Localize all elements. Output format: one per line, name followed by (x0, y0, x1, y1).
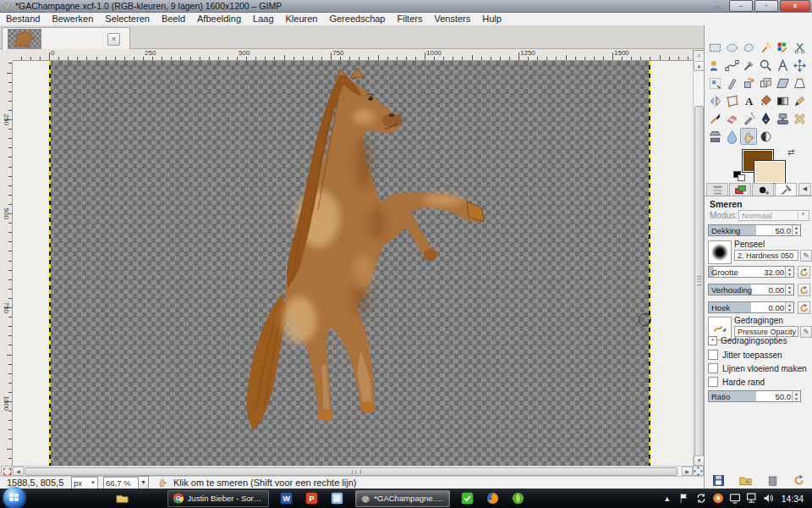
taskbar-icon-media-player[interactable] (328, 490, 345, 507)
start-button[interactable] (3, 487, 25, 508)
hidden-icons-icon[interactable]: ▲ (661, 493, 673, 505)
tool-ellipse-select[interactable] (723, 39, 740, 56)
quickmask-toggle[interactable] (1, 466, 12, 476)
dock-tab-device-status[interactable] (706, 183, 728, 196)
network-icon[interactable] (746, 493, 758, 505)
checkbox-harde-rand[interactable]: Harde rand (708, 377, 765, 387)
menu-bestand[interactable]: Bestand (0, 13, 46, 25)
action-center-flag-icon[interactable] (678, 493, 690, 505)
taskbar-icon-firefox[interactable] (484, 490, 501, 507)
menu-afbeelding[interactable]: Afbeelding (191, 13, 247, 25)
window-titlebar[interactable]: *GAChampagne.xcf-1.0 (RGB-kleuren, 9 lag… (0, 0, 812, 13)
tool-rectangle-select[interactable] (706, 39, 723, 56)
opacity-slider[interactable]: Dekking 50.0 ▲▼ (708, 224, 801, 236)
dynamics-options-expander[interactable]: + Gedragingsopties (708, 336, 787, 345)
tool-crop[interactable] (723, 75, 740, 91)
image-tab[interactable]: x (2, 27, 130, 50)
tool-rotate[interactable] (740, 75, 757, 91)
vertical-ruler[interactable]: 2505007501000 (0, 61, 13, 466)
sync-icon[interactable] (695, 493, 707, 505)
tool-bucket-fill[interactable] (757, 92, 774, 109)
volume-icon[interactable] (763, 493, 775, 505)
tool-fuzzy-select[interactable] (757, 39, 774, 56)
tool-blur-sharpen[interactable] (723, 128, 740, 145)
dock-tab-menu-icon[interactable]: ◀ (798, 183, 811, 196)
tool-shear[interactable] (774, 75, 791, 91)
tool-pencil[interactable] (791, 92, 808, 109)
scroll-right-icon[interactable]: ▶ (682, 467, 693, 476)
ratio-slider[interactable]: Ratio 50.0 ▲▼ (708, 390, 801, 402)
tool-cage-transform[interactable] (723, 92, 740, 109)
restore-preset-button[interactable] (738, 473, 753, 487)
tool-measure[interactable] (774, 57, 791, 74)
taskbar-window-chrome[interactable]: Justin Bieber - Sorry (... (167, 490, 269, 507)
size-slider[interactable]: Grootte 32.00 ▲▼ (708, 266, 794, 278)
tool-smudge[interactable] (740, 128, 757, 145)
background-color-swatch[interactable] (754, 160, 786, 184)
horizontal-scrollbar[interactable]: ◀ ▶ (13, 466, 693, 476)
zoom-dropdown-icon[interactable]: ▼ (139, 476, 149, 490)
tool-eraser[interactable] (723, 110, 740, 127)
tool-heal[interactable] (791, 110, 808, 127)
checkbox-lijnen-vloeiend-maken[interactable]: Lijnen vloeiend maken (708, 363, 807, 373)
brush-name-entry[interactable]: 2. Hardness 050 (734, 250, 798, 261)
reset-size-button[interactable] (798, 266, 810, 279)
reset-aspect-button[interactable] (798, 284, 810, 296)
menu-selecteren[interactable]: Selecteren (99, 13, 156, 25)
display-icon[interactable] (729, 493, 741, 505)
menu-hulp[interactable]: Hulp (476, 13, 508, 25)
default-colors-icon[interactable] (733, 171, 745, 181)
tool-move[interactable] (791, 57, 808, 74)
taskbar-icon-green-leaf[interactable] (509, 490, 526, 507)
unit-dropdown[interactable]: px▼ (71, 477, 98, 489)
tool-free-select[interactable] (740, 39, 757, 56)
checkbox-jitter-toepassen[interactable]: Jitter toepassen (708, 350, 782, 360)
reset-angle-button[interactable] (798, 301, 810, 314)
angle-slider[interactable]: Hoek 0.00 ▲▼ (708, 301, 794, 313)
tool-alignment[interactable] (706, 75, 723, 91)
aspect-ratio-slider[interactable]: Verhouding 0.00 ▲▼ (708, 284, 794, 295)
tool-dodge-burn[interactable] (757, 128, 774, 145)
taskbar-icon-powerpoint[interactable]: P (303, 490, 320, 507)
tool-color-picker[interactable] (740, 57, 757, 74)
menu-bewerken[interactable]: Bewerken (46, 13, 99, 25)
reset-tool-button[interactable] (792, 473, 807, 487)
tool-scale[interactable] (757, 75, 774, 91)
edit-brush-icon[interactable]: ✎ (800, 250, 812, 262)
tool-gradient[interactable] (774, 92, 791, 109)
spin-arrows[interactable]: ▲▼ (785, 267, 793, 277)
tool-zoom[interactable] (757, 57, 774, 74)
delete-preset-button[interactable] (765, 473, 780, 487)
menu-laag[interactable]: Laag (247, 13, 279, 25)
tool-flip[interactable] (706, 92, 723, 109)
dock-tab-brushes[interactable] (752, 183, 774, 196)
spin-arrows[interactable]: ▲▼ (792, 391, 800, 401)
edit-dynamics-icon[interactable]: ✎ (800, 326, 812, 338)
restore-button[interactable]: ▫ (754, 0, 778, 12)
vertical-scroll-handle[interactable] (694, 106, 704, 456)
spin-arrows[interactable]: ▲▼ (785, 284, 793, 295)
tab-close-icon[interactable]: x (107, 33, 120, 46)
taskbar-clock[interactable]: 14:34 (782, 494, 804, 504)
minimize-button[interactable]: – (729, 0, 753, 12)
tool-ink[interactable] (757, 110, 774, 127)
orange-app-icon[interactable] (712, 493, 724, 505)
tool-perspective-clone[interactable] (706, 128, 723, 145)
brush-thumbnail-button[interactable] (708, 240, 732, 264)
swap-colors-icon[interactable]: ⇄ (787, 147, 794, 157)
horizontal-scroll-handle[interactable] (25, 467, 678, 476)
menu-kleuren[interactable]: Kleuren (280, 13, 324, 25)
vertical-scrollbar[interactable]: ▲ ▼ (693, 61, 704, 466)
taskbar-icon-explorer[interactable] (113, 490, 130, 507)
horizontal-ruler[interactable]: 0250500750100012501500 (13, 49, 693, 61)
canvas-viewport[interactable] (13, 61, 693, 466)
zoom-level-value[interactable]: 66,7 % (103, 477, 139, 489)
menu-beeld[interactable]: Beeld (156, 13, 191, 25)
tool-airbrush[interactable] (740, 110, 757, 127)
tool-select-by-color[interactable] (774, 39, 791, 56)
dock-tab-layers[interactable] (729, 183, 751, 196)
tool-clone[interactable] (774, 110, 791, 127)
scroll-left-icon[interactable]: ◀ (13, 467, 24, 476)
image-canvas[interactable] (49, 61, 650, 466)
tool-paths[interactable] (723, 57, 740, 74)
